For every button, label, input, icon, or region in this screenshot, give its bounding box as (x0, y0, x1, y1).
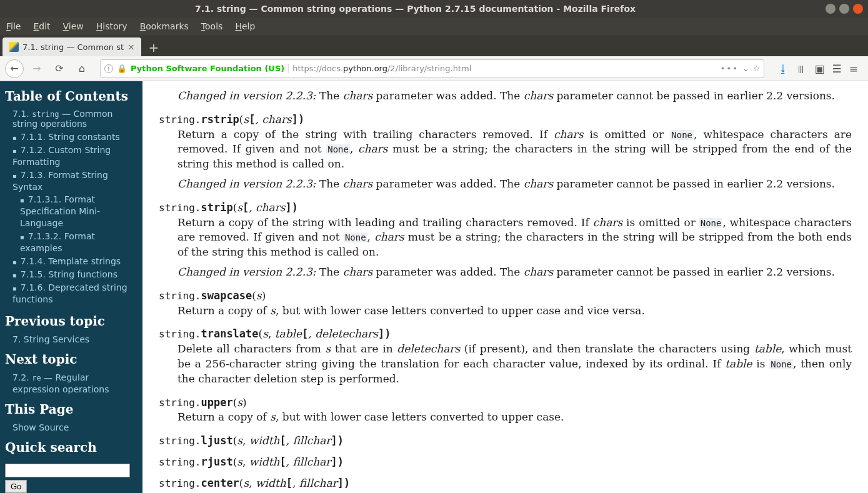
window-controls (826, 4, 863, 14)
maximize-icon[interactable] (839, 4, 849, 14)
site-identity: Python Software Foundation (US) (131, 64, 289, 73)
new-tab-button[interactable]: + (145, 39, 162, 56)
back-button[interactable]: ← (5, 59, 24, 78)
lock-icon: 🔒 (117, 64, 127, 73)
downloads-icon[interactable]: ⭳ (778, 62, 789, 75)
next-topic-heading: Next topic (5, 352, 137, 367)
pocket-icon[interactable]: ⌄ (742, 64, 749, 73)
menu-help[interactable]: Help (235, 21, 255, 31)
func-swapcase: string.swapcase(s) (159, 289, 852, 304)
toc-link[interactable]: 7.1.4. Template strings (21, 256, 121, 266)
library-icon[interactable]: ⫼ (796, 62, 807, 75)
next-topic-link[interactable]: 7.2. re — Regular expression operations (12, 372, 109, 394)
func-translate: string.translate(s, table[, deletechars]… (159, 327, 852, 342)
upper-desc: Return a copy of s, but with lower case … (177, 410, 852, 425)
menu-file[interactable]: File (6, 21, 21, 31)
browser-tab[interactable]: 7.1. string — Common st × (2, 37, 141, 56)
minimize-icon[interactable] (826, 4, 836, 14)
toc-link[interactable]: 7.1.5. String functions (21, 269, 117, 279)
prev-topic-link[interactable]: 7. String Services (12, 334, 89, 344)
menubar: File Edit View History Bookmarks Tools H… (0, 17, 868, 35)
doc-content: Changed in version 2.2.3: The chars para… (142, 81, 868, 493)
func-strip: string.strip(s[, chars]) (159, 201, 852, 216)
func-center: string.center(s, width[, fillchar]) (159, 476, 852, 491)
reload-button[interactable]: ⟳ (50, 62, 69, 74)
menu-view[interactable]: View (63, 21, 84, 31)
toc-link[interactable]: 7.1.1. String constants (21, 132, 120, 142)
toc-sublink[interactable]: 7.1.3.1. Format Specification Mini-Langu… (20, 194, 100, 228)
menu-bookmarks[interactable]: Bookmarks (140, 21, 189, 31)
thispage-heading: This Page (5, 402, 137, 417)
prev-topic-heading: Previous topic (5, 314, 137, 329)
window-titlebar: 7.1. string — Common string operations —… (0, 0, 868, 17)
strip-desc: Return a copy of the string with leading… (177, 216, 852, 280)
forward-button: → (27, 59, 46, 78)
tab-title: 7.1. string — Common st (22, 42, 124, 52)
func-upper: string.upper(s) (159, 396, 852, 411)
search-go-button[interactable] (5, 480, 27, 493)
page: Table of Contents 7.1. string — Common s… (0, 81, 868, 493)
func-rjust: string.rjust(s, width[, fillchar]) (159, 455, 852, 470)
just-desc: These functions respectively left-justif… (177, 491, 852, 493)
menu-tools[interactable]: Tools (201, 21, 223, 31)
window-title: 7.1. string — Common string operations —… (5, 4, 826, 14)
menu-icon[interactable]: ≡ (849, 62, 858, 75)
show-source-link[interactable]: Show Source (12, 422, 69, 432)
search-input[interactable] (5, 464, 130, 477)
rstrip-desc: Return a copy of the string with trailin… (177, 127, 852, 192)
bookmark-star-icon[interactable]: ☆ (753, 64, 761, 73)
reader-icon[interactable]: ▣ (814, 62, 824, 75)
url-bar[interactable]: i 🔒 Python Software Foundation (US) http… (100, 59, 764, 78)
close-icon[interactable] (853, 4, 863, 14)
changed-note: Changed in version 2.2.3: (177, 89, 316, 102)
page-actions-icon[interactable]: ••• (721, 64, 739, 73)
favicon-icon (9, 42, 19, 52)
toc-link[interactable]: 7.1.2. Custom String Formatting (12, 145, 111, 167)
translate-desc: Delete all characters from s that are in… (177, 342, 852, 386)
site-info-icon[interactable]: i (104, 64, 113, 73)
menu-edit[interactable]: Edit (33, 21, 50, 31)
toc-link[interactable]: 7.1.3. Format String Syntax (12, 170, 108, 192)
toc-top-link[interactable]: 7.1. string — Common string operations (5, 109, 137, 129)
swapcase-desc: Return a copy of s, but with lower case … (177, 304, 852, 319)
toc-link[interactable]: 7.1.6. Deprecated string functions (12, 282, 127, 304)
quicksearch-heading: Quick search (5, 440, 137, 455)
toc-heading: Table of Contents (5, 89, 137, 104)
func-ljust: string.ljust(s, width[, fillchar]) (159, 434, 852, 449)
tab-bar: 7.1. string — Common st × + (0, 35, 868, 56)
sidebar-icon[interactable]: ☰ (832, 62, 842, 75)
url-text: https://docs.python.org/2/library/string… (292, 64, 471, 73)
menu-history[interactable]: History (96, 21, 127, 31)
home-button[interactable]: ⌂ (72, 62, 91, 74)
sidebar: Table of Contents 7.1. string — Common s… (0, 81, 142, 493)
toc-sublink[interactable]: 7.1.3.2. Format examples (20, 231, 95, 253)
tab-close-icon[interactable]: × (127, 42, 135, 52)
toolbar: ← → ⟳ ⌂ i 🔒 Python Software Foundation (… (0, 56, 868, 81)
func-rstrip: string.rstrip(s[, chars]) (159, 112, 852, 127)
